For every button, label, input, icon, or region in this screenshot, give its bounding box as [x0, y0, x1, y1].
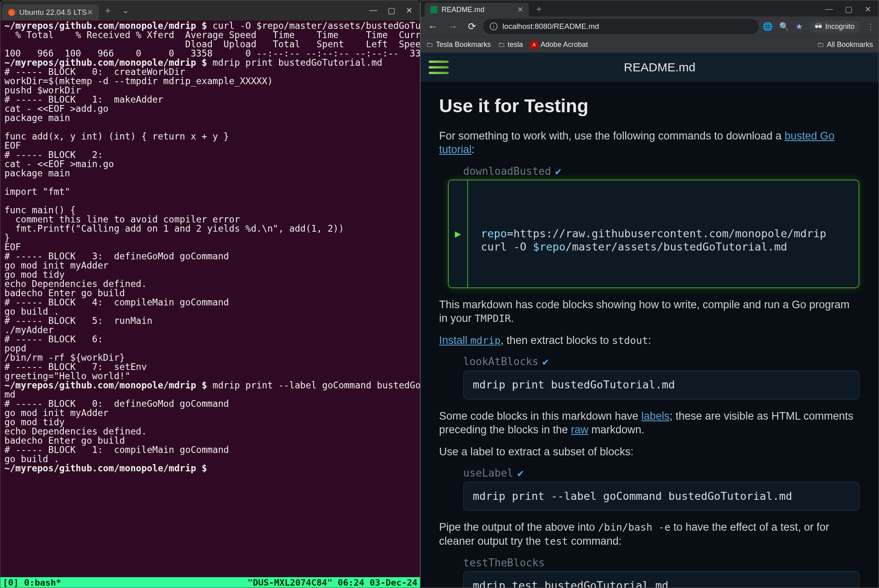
browser-tab[interactable]: README.md ✕: [425, 3, 529, 16]
page-content: Use it for Testing For something to work…: [421, 82, 879, 588]
ubuntu-icon: ◌: [8, 9, 15, 16]
code-block-lookatblocks[interactable]: mdrip print bustedGoTutorial.md: [463, 370, 859, 400]
hamburger-icon[interactable]: [429, 61, 449, 74]
status-left: [0] 0:bash*: [3, 578, 61, 588]
install-mdrip-link[interactable]: Install mdrip: [439, 334, 500, 346]
code-block-testtheblocks[interactable]: mdrip test bustedGoTutorial.md echo $?: [463, 571, 859, 588]
close-icon[interactable]: ✕: [517, 5, 523, 14]
bookmark-item[interactable]: AAdobe Acrobat: [530, 40, 588, 49]
raw-link[interactable]: raw: [571, 424, 589, 436]
paragraph: This markdown has code blocks showing ho…: [439, 298, 860, 325]
toolbar-right: 🌐 🔍 ★ 🕶 Incognito ⋮: [763, 21, 875, 32]
tab-dropdown-icon[interactable]: ⌄: [117, 5, 134, 16]
minimize-button[interactable]: —: [369, 6, 377, 15]
acrobat-icon: A: [530, 41, 538, 49]
code-block-label: testTheBlocks: [463, 556, 860, 570]
labels-link[interactable]: labels: [641, 410, 670, 422]
terminal-statusbar: [0] 0:bash* "DUS-MXL2074C84" 06:24 03-De…: [0, 577, 420, 588]
favicon-icon: [430, 6, 437, 13]
run-button[interactable]: ▶: [449, 180, 468, 287]
close-icon[interactable]: ✕: [87, 8, 93, 17]
check-icon: ✔: [543, 356, 549, 368]
browser-window-controls: — ▢ ✕: [825, 4, 879, 14]
forward-button[interactable]: →: [445, 21, 461, 32]
paragraph: Use a label to extract a subset of block…: [439, 445, 860, 459]
page-viewport: README.md Use it for Testing For somethi…: [421, 53, 879, 588]
paragraph: Install mdrip, then extract blocks to st…: [439, 333, 860, 348]
paragraph: Some code blocks in this markdown have l…: [439, 409, 860, 437]
new-tab-button[interactable]: ＋: [99, 4, 117, 16]
address-bar[interactable]: i localhost:8080/README.md: [483, 19, 759, 34]
page-title: README.md: [449, 61, 871, 74]
code-block-downloadbusted: ▶ repo=https://raw.githubusercontent.com…: [448, 180, 859, 288]
close-window-button[interactable]: ✕: [865, 4, 871, 14]
page-header: README.md: [421, 53, 879, 82]
bookmark-item[interactable]: 🗀tesla: [498, 40, 523, 49]
terminal-window: ◌ Ubuntu 22.04.5 LTS ✕ ＋ ⌄ — ▢ ✕ ~/myrep…: [0, 0, 420, 588]
heading-1: Use it for Testing: [439, 94, 860, 118]
maximize-button[interactable]: ▢: [845, 4, 853, 14]
url-text: localhost:8080/README.md: [502, 22, 599, 31]
check-icon: ✔: [517, 467, 524, 479]
reload-button[interactable]: ⟳: [465, 21, 479, 32]
folder-icon: 🗀: [426, 40, 433, 49]
maximize-button[interactable]: ▢: [388, 6, 395, 15]
incognito-badge[interactable]: 🕶 Incognito: [809, 21, 860, 32]
code-content[interactable]: repo=https://raw.githubusercontent.com/m…: [477, 227, 850, 254]
code-block-label: useLabel✔: [463, 467, 860, 480]
folder-icon: 🗀: [498, 40, 505, 49]
bookmark-star-icon[interactable]: ★: [796, 22, 803, 31]
paragraph: Pipe the output of the above into /bin/b…: [439, 520, 860, 548]
close-window-button[interactable]: ✕: [406, 6, 413, 15]
new-tab-button[interactable]: ＋: [529, 3, 549, 15]
folder-icon: 🗀: [817, 40, 824, 49]
browser-window: README.md ✕ ＋ — ▢ ✕ ← → ⟳ i localhost:80…: [420, 0, 879, 588]
minimize-button[interactable]: —: [825, 4, 833, 14]
terminal-window-controls: — ▢ ✕: [369, 6, 420, 15]
site-info-icon[interactable]: i: [490, 22, 498, 30]
all-bookmarks-button[interactable]: 🗀All Bookmarks: [817, 40, 873, 49]
incognito-icon: 🕶: [815, 22, 822, 31]
zoom-icon[interactable]: 🔍: [779, 22, 789, 31]
terminal-tabbar: ◌ Ubuntu 22.04.5 LTS ✕ ＋ ⌄ — ▢ ✕: [0, 0, 420, 20]
back-button[interactable]: ←: [425, 21, 441, 32]
terminal-tab[interactable]: ◌ Ubuntu 22.04.5 LTS ✕: [2, 4, 99, 20]
incognito-label: Incognito: [825, 22, 855, 31]
browser-toolbar: ← → ⟳ i localhost:8080/README.md 🌐 🔍 ★ 🕶…: [421, 16, 879, 36]
translate-icon[interactable]: 🌐: [763, 22, 773, 31]
menu-icon[interactable]: ⋮: [867, 22, 875, 31]
paragraph: For something to work with, use the foll…: [439, 129, 860, 157]
terminal-tab-title: Ubuntu 22.04.5 LTS: [19, 8, 87, 17]
bookmark-item[interactable]: 🗀Tesla Bookmarks: [426, 40, 491, 49]
code-block-label: downloadBusted✔: [463, 165, 860, 178]
code-block-uselabel[interactable]: mdrip print --label goCommand bustedGoTu…: [463, 482, 859, 511]
browser-tabstrip: README.md ✕ ＋ — ▢ ✕: [421, 0, 879, 16]
browser-tab-title: README.md: [442, 6, 512, 14]
bookmarks-bar: 🗀Tesla Bookmarks 🗀tesla AAdobe Acrobat 🗀…: [421, 36, 879, 53]
terminal-body[interactable]: ~/myrepos/github.com/monopole/mdrip $ cu…: [0, 20, 420, 577]
check-icon: ✔: [555, 165, 561, 177]
status-right: "DUS-MXL2074C84" 06:24 03-Dec-24: [247, 578, 417, 588]
code-block-label: lookAtBlocks✔: [463, 355, 860, 368]
